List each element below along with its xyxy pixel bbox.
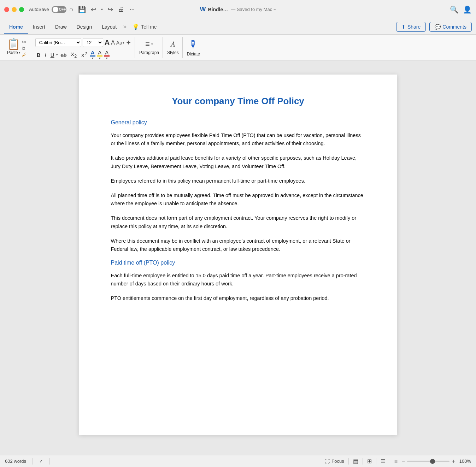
paragraph-1-0: Each full-time employee is entitled to 1… <box>111 272 365 288</box>
align-icon[interactable]: ≡ <box>394 458 398 465</box>
paragraph-label: Paragraph <box>139 50 159 55</box>
tab-design[interactable]: Design <box>72 20 97 33</box>
close-button[interactable] <box>4 7 9 12</box>
tell-me-label: Tell me <box>141 24 157 30</box>
zoom-out-button[interactable]: − <box>402 458 405 465</box>
section-heading-1: Paid time off (PTO) policy <box>111 260 365 266</box>
comments-label: Comments <box>442 24 466 30</box>
strikethrough-button[interactable]: ab <box>59 51 68 59</box>
font-size-select[interactable]: 12 <box>83 38 103 47</box>
font-controls-row2: B I U ▾ ab X2 X2 A ▾ A ▾ A ▾ <box>35 49 110 60</box>
font-highlight-button[interactable]: A ▾ <box>104 49 110 60</box>
font-color-button[interactable]: A ▾ <box>90 49 95 60</box>
status-right: ⛶ Focus ▤ ⊞ ☰ ≡ − + 100% <box>325 458 471 465</box>
paste-label: Paste <box>7 50 18 55</box>
word-count[interactable]: 602 words <box>5 459 26 464</box>
zoom-track[interactable] <box>407 461 449 462</box>
autosave-knob <box>53 7 58 12</box>
list-view-icon[interactable]: ☰ <box>381 458 386 465</box>
save-icon[interactable]: 💾 <box>78 6 86 13</box>
format-painter-icon[interactable]: 🖌 <box>22 52 27 57</box>
paste-group: 📋 Paste ▾ ✂ ⧉ 🖌 <box>4 37 31 58</box>
redo-icon[interactable]: ↪ <box>108 6 113 13</box>
more-icon[interactable]: ··· <box>129 6 135 13</box>
clipboard-group: ✂ ⧉ 🖌 <box>22 39 27 57</box>
clear-format-button[interactable]: ✦ <box>126 39 131 47</box>
layout-icon[interactable]: ▤ <box>353 458 358 465</box>
share-icon: ⬆ <box>401 24 406 30</box>
comments-button[interactable]: 💬 Comments <box>429 22 472 32</box>
cut-icon[interactable]: ✂ <box>22 39 27 45</box>
font-highlight-dropdown[interactable]: ▾ <box>106 57 108 60</box>
home-icon[interactable]: ⌂ <box>69 6 73 13</box>
zoom-percent[interactable]: 100% <box>459 459 471 464</box>
dictate-group[interactable]: 🎙 Dictate <box>183 37 204 58</box>
section-heading-0: General policy <box>111 119 365 126</box>
traffic-lights <box>4 7 24 12</box>
autosave-state: OFF <box>59 7 66 11</box>
doc-name: Bindle… <box>208 7 228 12</box>
italic-button[interactable]: I <box>43 51 48 59</box>
highlight-button[interactable]: A ▾ <box>97 49 102 60</box>
paragraph-1-1: PTO entitlements commence on the first d… <box>111 294 365 302</box>
paragraph-dropdown[interactable]: ▾ <box>151 42 153 46</box>
paste-area: 📋 Paste ▾ ✂ ⧉ 🖌 <box>7 38 27 57</box>
shrink-font-button[interactable]: A <box>111 40 115 46</box>
status-sep-5 <box>376 458 376 465</box>
title-bar-center: W Bindle… — Saved to my Mac ~ <box>200 6 276 13</box>
highlight-dropdown[interactable]: ▾ <box>99 57 101 60</box>
subscript-button[interactable]: X2 <box>69 51 78 59</box>
document-area: Your company Time Off Policy General pol… <box>0 60 476 456</box>
user-icon[interactable]: 👤 <box>463 5 472 14</box>
case-dropdown[interactable]: Aa ▾ <box>116 40 124 46</box>
superscript-button[interactable]: X2 <box>80 51 88 59</box>
underline-dropdown[interactable]: ▾ <box>56 53 58 57</box>
styles-icon: 𝐴 <box>171 40 175 49</box>
print-icon[interactable]: 🖨 <box>118 6 124 13</box>
underline-button[interactable]: U <box>49 51 56 59</box>
minimize-button[interactable] <box>12 7 17 12</box>
tab-home[interactable]: Home <box>4 20 28 33</box>
styles-label: Styles <box>167 50 179 55</box>
underline-group[interactable]: U ▾ <box>49 51 58 59</box>
tab-overflow-icon[interactable]: » <box>122 23 128 30</box>
zoom-slider: − + <box>402 458 455 465</box>
undo-dropdown-icon[interactable]: ▾ <box>101 7 103 11</box>
document-page[interactable]: Your company Time Off Policy General pol… <box>79 75 397 435</box>
tab-insert[interactable]: Insert <box>28 20 50 33</box>
word-icon: W <box>200 6 206 13</box>
tab-draw[interactable]: Draw <box>50 20 72 33</box>
font-name-select[interactable]: Calibri (Bo… <box>35 38 81 47</box>
autosave-label: AutoSave <box>29 7 49 12</box>
zoom-thumb[interactable] <box>430 459 435 464</box>
maximize-button[interactable] <box>19 7 24 12</box>
paste-dropdown-arrow[interactable]: ▾ <box>19 51 20 54</box>
undo-icon[interactable]: ↩ <box>91 6 96 13</box>
grow-font-button[interactable]: A <box>105 39 110 47</box>
styles-group[interactable]: 𝐴 Styles <box>164 37 183 58</box>
saved-status: — Saved to my Mac ~ <box>231 7 276 12</box>
zoom-in-button[interactable]: + <box>452 458 455 465</box>
focus-button[interactable]: ⛶ Focus <box>325 459 344 464</box>
font-color-dropdown[interactable]: ▾ <box>92 57 94 60</box>
lightbulb-icon: 💡 <box>132 23 139 30</box>
status-sep-3 <box>348 458 349 465</box>
tab-layout[interactable]: Layout <box>97 20 122 33</box>
paste-button[interactable]: 📋 Paste ▾ <box>7 38 20 55</box>
font-group: Calibri (Bo… 12 A A Aa ▾ ✦ B I U ▾ a <box>32 37 135 58</box>
paragraph-group[interactable]: ≡ ▾ Paragraph <box>136 37 163 58</box>
bold-button[interactable]: B <box>35 51 42 59</box>
paragraph-0-3: All planned time off is to be mutually a… <box>111 191 365 208</box>
paragraph-0-4: This document does not form part of any … <box>111 214 365 230</box>
focus-expand-icon: ⛶ <box>325 459 330 464</box>
proofing-icon[interactable]: ✓ <box>39 459 43 464</box>
copy-icon[interactable]: ⧉ <box>22 46 27 51</box>
search-icon[interactable]: 🔍 <box>450 5 459 14</box>
share-label: Share <box>407 24 421 30</box>
autosave-toggle[interactable]: OFF <box>52 6 66 13</box>
view-icon[interactable]: ⊞ <box>367 458 372 465</box>
status-sep-6 <box>390 458 390 465</box>
ribbon-tabs: Home Insert Draw Design Layout » 💡 Tell … <box>0 19 476 35</box>
tell-me[interactable]: 💡 Tell me <box>132 23 157 30</box>
share-button[interactable]: ⬆ Share <box>396 22 426 32</box>
